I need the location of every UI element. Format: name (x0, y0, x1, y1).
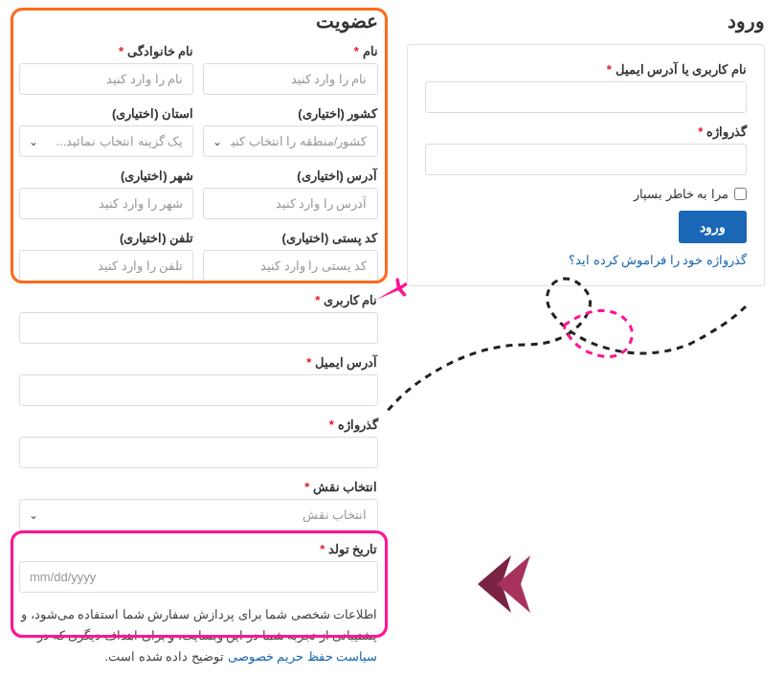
register-form: نام * نام خانوادگی * کشور (اختیاری) کشور… (19, 44, 378, 677)
remember-checkbox[interactable] (734, 188, 747, 200)
login-password-label: گذرواژه * (425, 124, 748, 139)
state-select[interactable]: یک گزینه انتخاب نمائید... (19, 125, 193, 157)
role-label: انتخاب نقش * (19, 480, 378, 494)
city-input[interactable] (19, 188, 193, 219)
reg-username-input[interactable] (19, 312, 378, 344)
postal-label: کد پستی (اختیاری) (203, 231, 377, 245)
address-input[interactable] (203, 188, 377, 219)
phone-label: تلفن (اختیاری) (19, 231, 193, 245)
postal-input[interactable] (203, 250, 377, 282)
role-select[interactable]: انتخاب نقش (19, 499, 378, 530)
state-label: استان (اختیاری) (19, 106, 193, 121)
country-select[interactable]: کشور/منطقه را انتخاب کنید... (203, 125, 377, 157)
reg-email-input[interactable] (19, 374, 378, 406)
reg-password-input[interactable] (19, 437, 378, 468)
forgot-password-link[interactable]: گذرواژه خود را فراموش کرده اید؟ (569, 253, 747, 267)
privacy-text: اطلاعات شخصی شما برای پردازش سفارش شما ا… (19, 604, 378, 667)
dob-input[interactable] (19, 561, 378, 593)
dob-label: تاریخ تولد * (19, 542, 378, 556)
address-label: آدرس (اختیاری) (203, 169, 377, 183)
login-button[interactable]: ورود (679, 211, 747, 243)
privacy-link[interactable]: سیاست حفظ حریم خصوصی (228, 649, 378, 664)
login-username-input[interactable] (425, 81, 748, 113)
reg-email-label: آدرس ایمیل * (19, 355, 378, 370)
login-username-label: نام کاربری یا آدرس ایمیل * (425, 62, 748, 77)
city-label: شهر (اختیاری) (19, 169, 193, 183)
last-name-input[interactable] (19, 63, 193, 95)
first-name-input[interactable] (203, 63, 377, 95)
heart-path-decoration (363, 268, 765, 460)
reg-password-label: گذرواژه * (19, 417, 378, 432)
reg-username-label: نام کاربری * (19, 293, 378, 307)
last-name-label: نام خانوادگی * (19, 44, 193, 58)
country-label: کشور (اختیاری) (203, 106, 377, 121)
phone-input[interactable] (19, 250, 193, 282)
plane-icon (370, 273, 411, 313)
login-title: ورود (407, 10, 766, 33)
remember-label: مرا به خاطر بسپار (634, 187, 728, 201)
first-name-label: نام * (203, 44, 377, 58)
arrow-chevrons-icon (459, 551, 545, 618)
login-password-input[interactable] (425, 144, 748, 175)
register-title: عضویت (19, 10, 378, 33)
login-form: نام کاربری یا آدرس ایمیل * گذرواژه * مرا… (407, 44, 766, 286)
